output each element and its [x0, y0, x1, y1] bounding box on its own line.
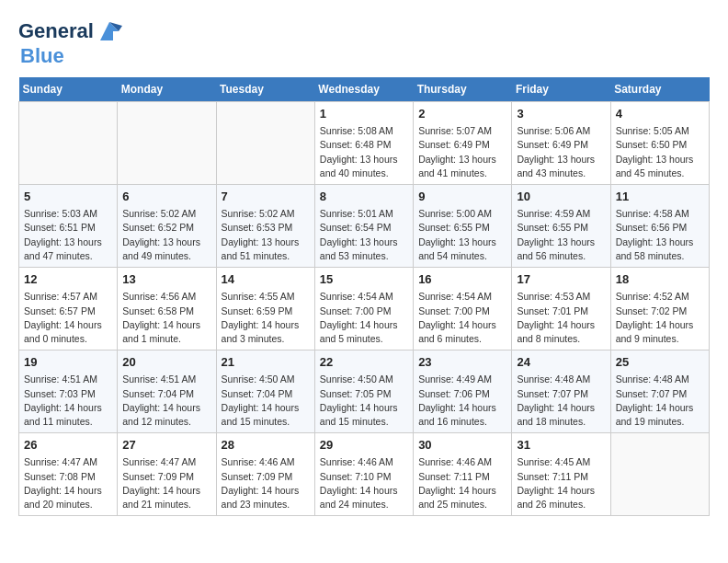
day-cell: 9Sunrise: 5:00 AM Sunset: 6:55 PM Daylig… — [414, 185, 512, 268]
day-cell: 19Sunrise: 4:51 AM Sunset: 7:03 PM Dayli… — [19, 350, 118, 433]
day-cell — [118, 102, 216, 185]
day-info: Sunrise: 4:47 AM Sunset: 7:08 PM Dayligh… — [24, 455, 112, 511]
day-cell: 28Sunrise: 4:46 AM Sunset: 7:09 PM Dayli… — [216, 433, 314, 516]
header-cell-friday: Friday — [512, 77, 610, 102]
day-number: 15 — [320, 271, 408, 288]
day-number: 13 — [122, 271, 210, 288]
day-info: Sunrise: 4:46 AM Sunset: 7:10 PM Dayligh… — [320, 455, 408, 511]
day-number: 30 — [418, 437, 506, 454]
day-info: Sunrise: 5:00 AM Sunset: 6:55 PM Dayligh… — [418, 207, 506, 263]
day-info: Sunrise: 4:56 AM Sunset: 6:58 PM Dayligh… — [122, 290, 210, 346]
day-number: 24 — [517, 354, 605, 371]
day-number: 26 — [24, 437, 112, 454]
day-number: 16 — [418, 271, 506, 288]
day-info: Sunrise: 4:54 AM Sunset: 7:00 PM Dayligh… — [320, 290, 408, 346]
day-cell: 18Sunrise: 4:52 AM Sunset: 7:02 PM Dayli… — [610, 268, 709, 350]
day-number: 23 — [418, 354, 506, 371]
day-number: 12 — [24, 271, 112, 288]
day-cell: 5Sunrise: 5:03 AM Sunset: 6:51 PM Daylig… — [19, 185, 118, 268]
logo-icon — [97, 18, 122, 44]
day-cell: 2Sunrise: 5:07 AM Sunset: 6:49 PM Daylig… — [414, 102, 512, 185]
day-cell: 30Sunrise: 4:46 AM Sunset: 7:11 PM Dayli… — [414, 433, 512, 516]
header-cell-saturday: Saturday — [610, 77, 709, 102]
week-row-0: 1Sunrise: 5:08 AM Sunset: 6:48 PM Daylig… — [19, 102, 710, 185]
day-info: Sunrise: 4:50 AM Sunset: 7:04 PM Dayligh… — [222, 373, 310, 429]
day-cell: 3Sunrise: 5:06 AM Sunset: 6:49 PM Daylig… — [512, 102, 610, 185]
day-cell: 17Sunrise: 4:53 AM Sunset: 7:01 PM Dayli… — [512, 268, 610, 350]
day-cell: 15Sunrise: 4:54 AM Sunset: 7:00 PM Dayli… — [314, 268, 413, 350]
day-cell: 12Sunrise: 4:57 AM Sunset: 6:57 PM Dayli… — [19, 268, 118, 350]
day-number: 7 — [222, 189, 310, 205]
header-cell-thursday: Thursday — [414, 77, 512, 102]
day-info: Sunrise: 4:49 AM Sunset: 7:06 PM Dayligh… — [418, 373, 506, 429]
day-number: 21 — [222, 354, 310, 371]
day-cell: 4Sunrise: 5:05 AM Sunset: 6:50 PM Daylig… — [610, 102, 709, 185]
day-cell: 31Sunrise: 4:45 AM Sunset: 7:11 PM Dayli… — [512, 433, 610, 516]
day-number: 11 — [616, 189, 704, 205]
header-cell-sunday: Sunday — [19, 77, 118, 102]
day-info: Sunrise: 5:01 AM Sunset: 6:54 PM Dayligh… — [320, 207, 408, 263]
week-row-4: 26Sunrise: 4:47 AM Sunset: 7:08 PM Dayli… — [19, 433, 710, 516]
day-cell — [19, 102, 118, 185]
day-cell: 25Sunrise: 4:48 AM Sunset: 7:07 PM Dayli… — [610, 350, 709, 433]
day-number: 22 — [320, 354, 408, 371]
day-info: Sunrise: 5:05 AM Sunset: 6:50 PM Dayligh… — [616, 124, 704, 180]
day-number: 19 — [24, 354, 112, 371]
day-info: Sunrise: 4:47 AM Sunset: 7:09 PM Dayligh… — [122, 455, 210, 511]
day-info: Sunrise: 4:51 AM Sunset: 7:04 PM Dayligh… — [122, 373, 210, 429]
day-number: 25 — [616, 354, 704, 371]
day-info: Sunrise: 4:50 AM Sunset: 7:05 PM Dayligh… — [320, 373, 408, 429]
day-info: Sunrise: 4:48 AM Sunset: 7:07 PM Dayligh… — [616, 373, 704, 429]
day-info: Sunrise: 4:46 AM Sunset: 7:09 PM Dayligh… — [222, 455, 310, 511]
day-number: 2 — [418, 106, 506, 122]
day-cell: 26Sunrise: 4:47 AM Sunset: 7:08 PM Dayli… — [19, 433, 118, 516]
day-number: 5 — [24, 189, 112, 205]
day-cell: 10Sunrise: 4:59 AM Sunset: 6:55 PM Dayli… — [512, 185, 610, 268]
day-cell — [216, 102, 314, 185]
day-info: Sunrise: 4:55 AM Sunset: 6:59 PM Dayligh… — [222, 290, 310, 346]
header-cell-tuesday: Tuesday — [216, 77, 314, 102]
day-number: 14 — [222, 271, 310, 288]
logo-blue: Blue — [20, 44, 64, 68]
logo: General Blue — [18, 18, 122, 68]
day-info: Sunrise: 5:02 AM Sunset: 6:52 PM Dayligh… — [122, 207, 210, 263]
day-cell: 13Sunrise: 4:56 AM Sunset: 6:58 PM Dayli… — [118, 268, 216, 350]
day-info: Sunrise: 5:07 AM Sunset: 6:49 PM Dayligh… — [418, 124, 506, 180]
day-number: 18 — [616, 271, 704, 288]
day-number: 10 — [517, 189, 605, 205]
day-number: 20 — [122, 354, 210, 371]
day-info: Sunrise: 5:08 AM Sunset: 6:48 PM Dayligh… — [320, 124, 408, 180]
day-number: 8 — [320, 189, 408, 205]
week-row-2: 12Sunrise: 4:57 AM Sunset: 6:57 PM Dayli… — [19, 268, 710, 350]
day-cell: 29Sunrise: 4:46 AM Sunset: 7:10 PM Dayli… — [314, 433, 413, 516]
day-number: 31 — [517, 437, 605, 454]
day-cell: 20Sunrise: 4:51 AM Sunset: 7:04 PM Dayli… — [118, 350, 216, 433]
day-cell: 21Sunrise: 4:50 AM Sunset: 7:04 PM Dayli… — [216, 350, 314, 433]
day-info: Sunrise: 4:48 AM Sunset: 7:07 PM Dayligh… — [517, 373, 605, 429]
day-cell: 16Sunrise: 4:54 AM Sunset: 7:00 PM Dayli… — [414, 268, 512, 350]
day-cell: 27Sunrise: 4:47 AM Sunset: 7:09 PM Dayli… — [118, 433, 216, 516]
logo-text: General — [18, 20, 94, 42]
day-cell: 11Sunrise: 4:58 AM Sunset: 6:56 PM Dayli… — [610, 185, 709, 268]
day-number: 1 — [320, 106, 408, 122]
header-cell-monday: Monday — [118, 77, 216, 102]
day-number: 28 — [222, 437, 310, 454]
day-cell: 1Sunrise: 5:08 AM Sunset: 6:48 PM Daylig… — [314, 102, 413, 185]
day-cell: 7Sunrise: 5:02 AM Sunset: 6:53 PM Daylig… — [216, 185, 314, 268]
day-info: Sunrise: 4:57 AM Sunset: 6:57 PM Dayligh… — [24, 290, 112, 346]
day-info: Sunrise: 4:54 AM Sunset: 7:00 PM Dayligh… — [418, 290, 506, 346]
day-number: 3 — [517, 106, 605, 122]
day-number: 17 — [517, 271, 605, 288]
day-cell: 6Sunrise: 5:02 AM Sunset: 6:52 PM Daylig… — [118, 185, 216, 268]
day-info: Sunrise: 4:52 AM Sunset: 7:02 PM Dayligh… — [616, 290, 704, 346]
day-info: Sunrise: 4:59 AM Sunset: 6:55 PM Dayligh… — [517, 207, 605, 263]
header-cell-wednesday: Wednesday — [314, 77, 413, 102]
page-header: General Blue — [18, 18, 710, 68]
day-number: 9 — [418, 189, 506, 205]
day-info: Sunrise: 4:46 AM Sunset: 7:11 PM Dayligh… — [418, 455, 506, 511]
header-row: SundayMondayTuesdayWednesdayThursdayFrid… — [19, 77, 710, 102]
day-info: Sunrise: 5:06 AM Sunset: 6:49 PM Dayligh… — [517, 124, 605, 180]
day-info: Sunrise: 4:53 AM Sunset: 7:01 PM Dayligh… — [517, 290, 605, 346]
day-number: 29 — [320, 437, 408, 454]
day-cell: 22Sunrise: 4:50 AM Sunset: 7:05 PM Dayli… — [314, 350, 413, 433]
